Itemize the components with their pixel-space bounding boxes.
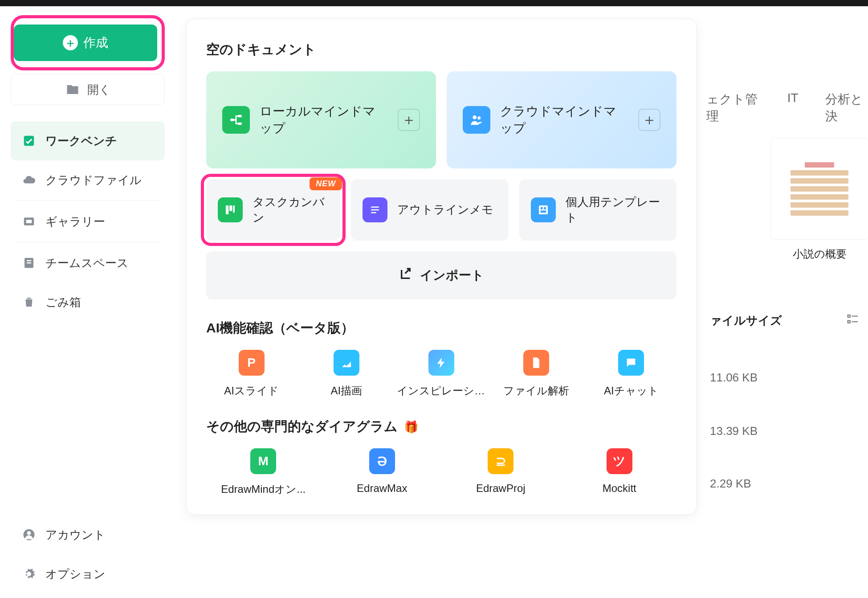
user-icon — [21, 527, 37, 542]
cloud-icon — [21, 172, 37, 188]
plus-icon: ＋ — [638, 109, 660, 131]
edrawmax-item[interactable]: ƏEdrawMax — [325, 448, 440, 496]
tile-label: ローカルマインドマップ — [260, 103, 388, 137]
tab-analysis[interactable]: 分析と決 — [825, 91, 868, 125]
sidebar-item-label: チームスペース — [45, 255, 129, 271]
list-view-icon[interactable] — [846, 313, 860, 328]
svg-rect-19 — [539, 205, 548, 214]
svg-rect-16 — [371, 207, 379, 208]
sidebar-item-teamspace[interactable]: チームスペース — [11, 243, 165, 283]
svg-rect-9 — [238, 115, 242, 118]
template-icon — [531, 197, 556, 222]
right-pane: ェクト管理 IT 分析と決 小説の概要 ァイルサイズ 11.06 KB 13.3… — [704, 6, 868, 598]
ai-label: AI描画 — [330, 384, 362, 398]
diag-label: EdrawMindオン... — [221, 482, 306, 496]
mockitt-icon: ツ — [607, 448, 632, 474]
gallery-icon — [21, 214, 37, 229]
sidebar-item-workbench[interactable]: ワークベンチ — [11, 121, 165, 160]
ai-inspiration-item[interactable]: インスピレーション... — [396, 350, 486, 398]
svg-rect-21 — [544, 207, 546, 209]
svg-point-7 — [27, 531, 31, 535]
filesize-value: 2.29 KB — [710, 477, 751, 491]
create-button[interactable]: ＋ 作成 — [14, 25, 157, 61]
cloud-mindmap-tile[interactable]: クラウドマインドマップ ＋ — [447, 71, 676, 168]
template-card[interactable]: 小説の概要 — [770, 138, 868, 261]
personal-template-tile[interactable]: 個人用テンプレート — [519, 179, 676, 241]
ai-label: AIスライド — [224, 384, 279, 398]
edrawmax-icon: Ə — [369, 448, 395, 474]
create-label: 作成 — [83, 34, 108, 51]
nav-separator — [15, 201, 160, 201]
ai-section-title: AI機能確認（ベータ版） — [206, 319, 676, 337]
edrawproj-item[interactable]: ⊇EdrawProj — [444, 448, 558, 496]
sidebar-item-label: アカウント — [45, 527, 106, 543]
tile-label: 個人用テンプレート — [566, 194, 665, 225]
import-icon — [399, 267, 413, 284]
titlebar — [0, 0, 868, 6]
ai-chat-item[interactable]: AIチャット — [586, 350, 676, 398]
template-thumbnail — [770, 138, 868, 240]
svg-rect-8 — [230, 119, 234, 121]
svg-rect-10 — [238, 123, 242, 125]
ai-file-icon — [523, 350, 549, 376]
sidebar-item-label: クラウドファイル — [45, 172, 142, 188]
ai-slide-icon: P — [239, 350, 265, 376]
category-tabs: ェクト管理 IT 分析と決 — [704, 91, 868, 125]
sidebar-item-account[interactable]: アカウント — [11, 515, 165, 554]
folder-icon — [65, 82, 80, 97]
diagram-title-text: その他の専門的なダイアグラム — [206, 419, 398, 434]
ai-paint-item[interactable]: AI描画 — [301, 350, 391, 398]
template-name: 小説の概要 — [770, 247, 868, 261]
create-panel: 空のドキュメント ローカルマインドマップ ＋ クラウドマインドマップ ＋ タスク… — [186, 19, 697, 515]
filesize-value: 13.39 KB — [710, 424, 758, 438]
kanban-icon — [218, 197, 243, 222]
svg-rect-4 — [27, 260, 31, 262]
open-button[interactable]: 開く — [11, 74, 165, 105]
tab-it[interactable]: IT — [787, 91, 799, 125]
nav-separator — [15, 242, 160, 242]
outline-memo-tile[interactable]: アウトラインメモ — [351, 179, 508, 241]
ai-file-item[interactable]: ファイル解析 — [491, 350, 582, 398]
tab-project[interactable]: ェクト管理 — [706, 91, 761, 125]
sidebar-item-label: ギャラリー — [45, 214, 105, 229]
svg-rect-23 — [848, 315, 850, 317]
mindmap-icon — [222, 106, 250, 134]
svg-point-11 — [473, 115, 477, 119]
diag-label: EdrawMax — [357, 482, 407, 495]
sidebar-item-trash[interactable]: ごみ箱 — [11, 283, 165, 322]
sidebar: ＋ 作成 開く ワークベンチ クラウドファイル ギャラリー チームスペース — [0, 6, 174, 598]
sidebar-item-options[interactable]: オプション — [11, 554, 165, 594]
sidebar-item-cloudfiles[interactable]: クラウドファイル — [11, 160, 165, 200]
import-label: インポート — [420, 267, 484, 284]
svg-rect-15 — [233, 205, 235, 213]
svg-rect-5 — [27, 262, 31, 264]
plus-circle-icon: ＋ — [63, 35, 78, 50]
mockitt-item[interactable]: ツMockitt — [562, 448, 677, 496]
ai-slide-item[interactable]: PAIスライド — [206, 350, 297, 398]
ai-inspiration-icon — [428, 350, 454, 376]
sidebar-item-gallery[interactable]: ギャラリー — [11, 202, 165, 241]
filesize-value: 11.06 KB — [710, 371, 758, 385]
outline-icon — [363, 197, 387, 222]
tile-label: アウトラインメモ — [397, 202, 493, 217]
svg-rect-14 — [229, 205, 232, 211]
plus-icon: ＋ — [398, 109, 420, 131]
edrawproj-icon: ⊇ — [488, 448, 513, 474]
empty-doc-title: 空のドキュメント — [206, 41, 676, 59]
sidebar-item-label: ごみ箱 — [45, 295, 81, 310]
local-mindmap-tile[interactable]: ローカルマインドマップ ＋ — [206, 71, 436, 168]
team-icon — [21, 255, 37, 270]
svg-rect-0 — [24, 136, 34, 146]
svg-point-12 — [477, 116, 481, 119]
tile-label: タスクカンバン — [253, 194, 329, 225]
import-button[interactable]: インポート — [206, 251, 676, 299]
svg-rect-20 — [540, 207, 542, 209]
svg-rect-24 — [848, 321, 850, 323]
create-highlight: ＋ 作成 — [11, 15, 165, 70]
svg-rect-22 — [540, 210, 546, 213]
ai-label: ファイル解析 — [503, 384, 569, 398]
svg-rect-2 — [26, 220, 32, 223]
edrawmind-online-item[interactable]: MEdrawMindオン... — [206, 448, 321, 496]
gift-icon: 🎁 — [404, 420, 418, 434]
task-kanban-tile[interactable]: タスクカンバン NEW — [206, 179, 340, 241]
